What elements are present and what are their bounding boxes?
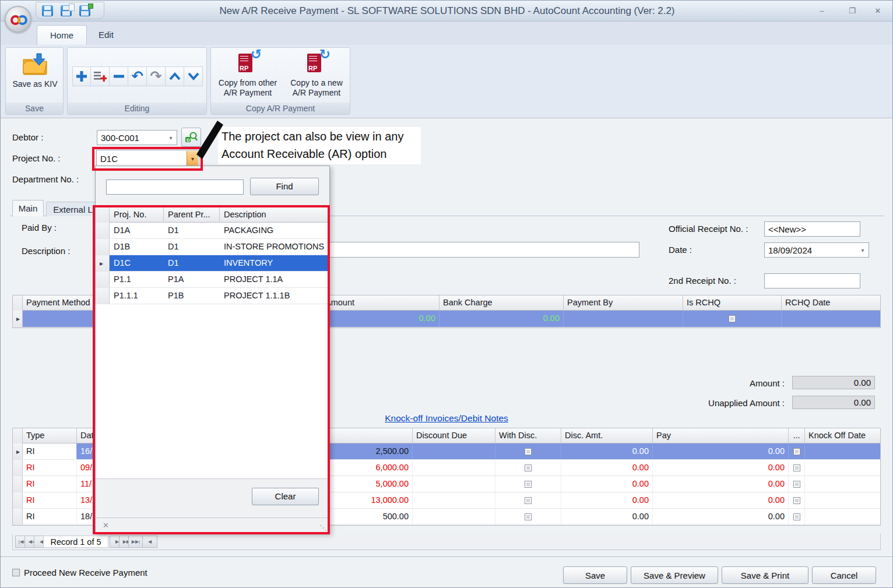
- save-print-button[interactable]: Save & Print: [722, 566, 808, 584]
- second-receipt-input[interactable]: [764, 273, 860, 288]
- with-disc-checkbox[interactable]: [525, 481, 532, 488]
- discount-due-cell[interactable]: [413, 492, 495, 508]
- col-description[interactable]: Description: [220, 207, 329, 223]
- col-pay[interactable]: Pay: [653, 428, 789, 443]
- type-cell[interactable]: RI: [23, 492, 77, 508]
- disc-amt-cell[interactable]: 0.00: [561, 509, 653, 524]
- save-preview-icon[interactable]: [61, 5, 72, 16]
- col-knock-off-date[interactable]: Knock Off Date: [805, 428, 880, 443]
- popup-search-input[interactable]: [106, 179, 244, 195]
- proj-no-cell[interactable]: D1A: [110, 223, 164, 238]
- dots-checkbox[interactable]: [793, 448, 800, 455]
- amount-cell[interactable]: 0.00: [322, 311, 440, 327]
- col-dots[interactable]: ...: [789, 428, 805, 443]
- debtor-dropdown-icon[interactable]: [166, 132, 175, 143]
- discount-due-cell[interactable]: [413, 476, 495, 492]
- type-cell[interactable]: RI: [23, 443, 77, 459]
- description-cell[interactable]: IN-STORE PROMOTIONS: [220, 239, 329, 255]
- official-receipt-input[interactable]: <<New>>: [764, 221, 860, 237]
- pay-cell[interactable]: 0.00: [653, 492, 789, 508]
- with-disc-cell[interactable]: [495, 460, 561, 476]
- project-combo[interactable]: D1C: [96, 150, 199, 167]
- cancel-button[interactable]: Cancel: [812, 566, 876, 584]
- proceed-option[interactable]: Proceed New Receive Payment: [12, 568, 147, 578]
- col-disc-amt[interactable]: Disc. Amt.: [561, 428, 653, 443]
- discount-due-cell[interactable]: [413, 443, 495, 459]
- pay-cell[interactable]: 0.00: [653, 509, 789, 524]
- hscroll-left-button[interactable]: ◀: [142, 536, 157, 548]
- debtor-combo[interactable]: 300-C001: [97, 130, 177, 145]
- col-proj-no[interactable]: Proj. No.: [110, 207, 164, 223]
- tab-main[interactable]: Main: [12, 200, 44, 216]
- move-up-button[interactable]: [166, 66, 184, 86]
- project-row-d1c-selected[interactable]: D1C D1 INVENTORY: [96, 255, 329, 272]
- parent-cell[interactable]: D1: [164, 223, 220, 238]
- close-button[interactable]: ✕: [870, 6, 885, 16]
- with-disc-cell[interactable]: [495, 476, 561, 492]
- with-disc-cell[interactable]: [495, 443, 561, 459]
- maximize-button[interactable]: ❐: [845, 6, 860, 16]
- copy-from-button[interactable]: RP ↺ Copy from other A/R Payment: [215, 51, 281, 101]
- copy-to-button[interactable]: RP ↻ Copy to a new A/R Payment: [283, 51, 350, 101]
- proj-no-cell[interactable]: P1.1.1: [110, 288, 164, 304]
- rchq-date-cell[interactable]: [782, 311, 880, 327]
- discount-due-cell[interactable]: [413, 460, 495, 476]
- disc-amt-cell[interactable]: 0.00: [561, 476, 653, 492]
- add-multiple-button[interactable]: [91, 66, 110, 86]
- date-dropdown-icon[interactable]: [858, 244, 867, 256]
- save-button[interactable]: Save: [563, 566, 627, 584]
- description-cell[interactable]: INVENTORY: [220, 255, 329, 271]
- dots-checkbox[interactable]: [793, 513, 800, 520]
- proj-no-cell[interactable]: P1.1: [110, 272, 164, 287]
- knock-off-date-cell[interactable]: [805, 492, 880, 508]
- with-disc-checkbox[interactable]: [525, 464, 532, 471]
- disc-amt-cell[interactable]: 0.00: [561, 443, 653, 459]
- dots-cell[interactable]: [789, 476, 805, 492]
- project-row-p1-1[interactable]: P1.1 P1A PROJECT 1.1A: [96, 272, 329, 288]
- popup-resize-grip[interactable]: ⋱: [319, 523, 327, 532]
- col-discount-due[interactable]: Discount Due: [413, 428, 495, 443]
- dots-checkbox[interactable]: [793, 464, 800, 471]
- find-button[interactable]: Find: [250, 178, 319, 195]
- parent-cell[interactable]: P1B: [164, 288, 220, 304]
- knock-off-date-cell[interactable]: [805, 443, 880, 459]
- parent-cell[interactable]: D1: [164, 239, 220, 255]
- clear-button[interactable]: Clear: [252, 488, 319, 505]
- move-down-button[interactable]: [184, 66, 203, 86]
- description-cell[interactable]: PROJECT 1.1A: [220, 272, 329, 287]
- knock-off-date-cell[interactable]: [805, 476, 880, 492]
- tab-home[interactable]: Home: [37, 25, 87, 45]
- date-input[interactable]: 18/09/2024: [764, 242, 869, 258]
- description-cell[interactable]: PROJECT 1.1.1B: [220, 288, 329, 304]
- parent-cell[interactable]: D1: [164, 255, 220, 271]
- proj-no-cell[interactable]: D1B: [110, 239, 164, 255]
- project-row-d1a[interactable]: D1A D1 PACKAGING: [96, 223, 329, 239]
- nav-last-button[interactable]: ▶▶|: [128, 536, 143, 548]
- col-is-rchq[interactable]: Is RCHQ: [683, 295, 782, 311]
- dots-cell[interactable]: [789, 509, 805, 524]
- proj-no-cell[interactable]: D1C: [110, 255, 164, 271]
- knock-off-date-cell[interactable]: [805, 460, 880, 476]
- type-cell[interactable]: RI: [23, 509, 77, 524]
- col-parent-proj[interactable]: Parent Pr...: [164, 207, 220, 223]
- with-disc-checkbox[interactable]: [525, 448, 532, 455]
- undo-button[interactable]: ↶: [128, 66, 147, 86]
- type-cell[interactable]: RI: [23, 476, 77, 492]
- tab-external-link[interactable]: External L: [46, 202, 100, 216]
- bank-charge-cell[interactable]: 0.00: [440, 311, 564, 327]
- parent-cell[interactable]: P1A: [164, 272, 220, 287]
- disc-amt-cell[interactable]: 0.00: [561, 492, 653, 508]
- discount-due-cell[interactable]: [413, 509, 495, 524]
- tab-edit[interactable]: Edit: [86, 25, 126, 45]
- proceed-checkbox[interactable]: [12, 569, 20, 576]
- project-row-p1-1-1[interactable]: P1.1.1 P1B PROJECT 1.1.1B: [96, 288, 329, 304]
- pay-cell[interactable]: 0.00: [653, 476, 789, 492]
- col-type[interactable]: Type: [23, 428, 77, 443]
- pay-cell[interactable]: 0.00: [653, 443, 789, 459]
- col-payment-by[interactable]: Payment By: [564, 295, 683, 311]
- description-cell[interactable]: PACKAGING: [220, 223, 329, 238]
- save-icon[interactable]: [42, 5, 53, 16]
- dots-checkbox[interactable]: [793, 481, 800, 488]
- is-rchq-cell[interactable]: [683, 311, 782, 327]
- redo-button[interactable]: ↷: [147, 66, 166, 86]
